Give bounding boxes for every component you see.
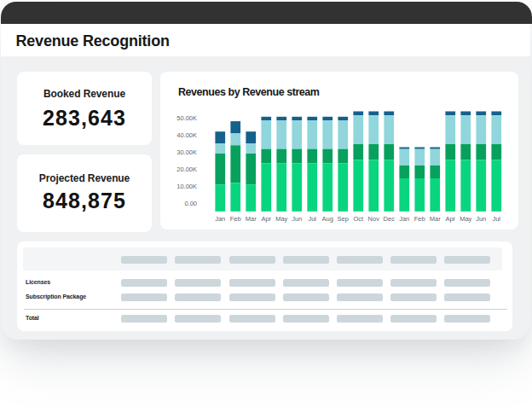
svg-text:50.00K: 50.00K xyxy=(176,114,197,122)
svg-text:Aug: Aug xyxy=(322,215,333,223)
svg-text:Apr: Apr xyxy=(445,215,455,223)
svg-text:Dec: Dec xyxy=(384,215,396,223)
svg-text:30.00K: 30.00K xyxy=(176,148,197,156)
svg-text:Mar: Mar xyxy=(246,215,257,223)
svg-text:Jul: Jul xyxy=(308,215,316,223)
svg-text:Apr: Apr xyxy=(261,215,271,223)
svg-text:40.00K: 40.00K xyxy=(176,131,197,139)
svg-text:Jan: Jan xyxy=(399,215,409,223)
svg-text:Jul: Jul xyxy=(492,215,500,223)
svg-text:Nov: Nov xyxy=(368,215,380,223)
svg-text:Oct: Oct xyxy=(353,215,364,223)
svg-text:Sep: Sep xyxy=(338,215,349,223)
svg-text:May: May xyxy=(460,215,471,223)
svg-text:Jan: Jan xyxy=(215,215,225,223)
svg-text:Jun: Jun xyxy=(292,215,302,223)
svg-text:0.00: 0.00 xyxy=(184,200,197,207)
svg-text:May: May xyxy=(275,215,287,223)
svg-text:Feb: Feb xyxy=(414,215,425,223)
svg-text:Jun: Jun xyxy=(476,215,486,223)
svg-text:Mar: Mar xyxy=(430,215,441,223)
svg-text:10.00K: 10.00K xyxy=(176,183,197,190)
svg-text:Feb: Feb xyxy=(230,215,241,223)
svg-text:20.00K: 20.00K xyxy=(176,166,197,173)
